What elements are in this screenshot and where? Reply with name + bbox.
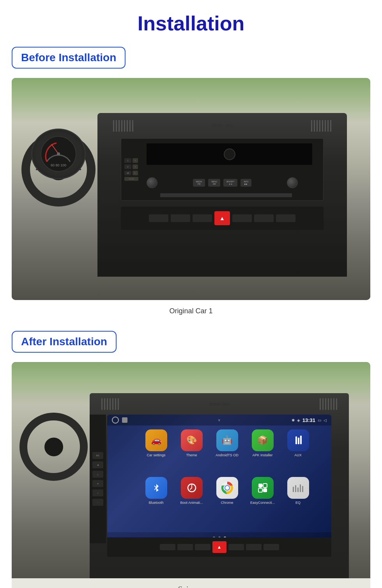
- svg-rect-5: [298, 438, 299, 444]
- hazard-button: ▲: [214, 211, 230, 225]
- car-settings-icon: 🚗: [145, 429, 167, 451]
- left-side-controls: MIC ◀ △ ⊕ + -: [90, 415, 106, 543]
- radio-tune-knob: [287, 177, 298, 188]
- side-btn-1: MIC: [92, 452, 103, 459]
- svg-rect-12: [263, 484, 267, 487]
- svg-rect-19: [302, 486, 303, 492]
- status-circle-icon: [112, 417, 119, 424]
- vent-left: [113, 120, 133, 132]
- gauge-cluster: 60 80 100: [31, 129, 86, 179]
- app-icon-androidts[interactable]: 🤖 AndroidTS OD: [212, 429, 242, 457]
- before-installation-badge: Before Installation: [12, 47, 126, 69]
- hazard-strip: ▲: [121, 207, 324, 230]
- eq-label: EQ: [295, 501, 301, 505]
- bluetooth-status-icon: ✱: [292, 418, 295, 422]
- signal-icon: ◈: [297, 418, 300, 422]
- radio-bottom-controls: MEDIAFM MENUAM MIX/RPT◄◄ INFO▶▶: [129, 173, 315, 192]
- dashboard-center: 1 4 2 5 ⊕3 6↓ SCAN: [97, 113, 347, 277]
- app-icon-eq[interactable]: EQ: [283, 477, 313, 505]
- svg-point-3: [57, 152, 60, 155]
- theme-label: Theme: [186, 453, 197, 457]
- car-settings-label: Car settings: [147, 453, 165, 457]
- boot-animation-label: Boot Animati...: [180, 501, 203, 505]
- side-btn-6: -: [92, 499, 103, 506]
- side-btn-2: ◀: [92, 461, 103, 468]
- battery-icon: ▭: [318, 418, 321, 422]
- seicane-logo-text: Seicane: [178, 584, 204, 588]
- status-icons-left: [112, 417, 127, 424]
- side-btn-4: ⊕: [92, 480, 103, 487]
- android-screen: ∨ ✱ ◈ 13:31 ▭ ◁ 🚗 Car settings: [107, 415, 331, 543]
- svg-point-10: [225, 486, 229, 490]
- eq-icon: [287, 477, 309, 499]
- apk-installer-icon: 📦: [252, 429, 274, 451]
- preset-btn-1: 1: [124, 158, 131, 163]
- menu-btn: MENUAM: [208, 179, 220, 187]
- radio-function-buttons: MEDIAFM MENUAM MIX/RPT◄◄ INFO▶▶: [193, 179, 252, 187]
- easyconnect-label: EasyConnecti...: [250, 501, 275, 505]
- side-btn-5: +: [92, 489, 103, 496]
- app-grid-row2: Bluetooth Boot Animati...: [129, 477, 325, 505]
- side-btn-3: △: [92, 471, 103, 478]
- back-icon: ◁: [324, 418, 327, 422]
- seicane-logo-bar: Seicane: [12, 578, 370, 588]
- aux-label: AUX: [294, 453, 302, 457]
- page-container: Installation Before Installation 60 80 1…: [0, 0, 382, 588]
- vent-top: [113, 117, 331, 134]
- mix-btn: MIX/RPT◄◄: [223, 179, 237, 187]
- app-icon-apk-installer[interactable]: 📦 APK Installer: [248, 429, 277, 457]
- after-vent-right: [320, 398, 337, 410]
- status-icons-right: ✱ ◈ 13:31 ▭ ◁: [292, 417, 327, 423]
- after-dashboard-center: MIC ◀ △ ⊕ + - ∨: [90, 393, 349, 578]
- theme-icon: 🎨: [181, 429, 203, 451]
- aux-icon: [287, 429, 309, 451]
- svg-rect-11: [258, 484, 262, 487]
- media-btn: MEDIAFM: [193, 179, 205, 187]
- svg-rect-14: [263, 488, 267, 492]
- after-installation-image: MIC ◀ △ ⊕ + - ∨: [12, 362, 370, 588]
- after-vent-top: [101, 396, 337, 412]
- svg-rect-6: [300, 436, 302, 444]
- after-vent-left: [101, 398, 119, 410]
- app-grid-row1: 🚗 Car settings 🎨 Theme 🤖 AndroidTS OD 📦 …: [129, 429, 325, 457]
- boot-animation-icon: [181, 477, 203, 499]
- after-hazard-button: ▲: [212, 541, 226, 553]
- app-icon-easyconnect[interactable]: EasyConnecti...: [248, 477, 277, 505]
- status-square-icon: [122, 417, 127, 423]
- after-hazard-strip: ▲: [107, 537, 331, 557]
- status-time: 13:31: [302, 417, 315, 423]
- svg-rect-16: [295, 485, 296, 492]
- androidts-label: AndroidTS OD: [216, 453, 239, 457]
- bluetooth-label: Bluetooth: [149, 501, 163, 505]
- svg-rect-15: [293, 487, 294, 492]
- before-installation-label: Before Installation: [21, 51, 116, 64]
- android-status-bar: ∨ ✱ ◈ 13:31 ▭ ◁: [107, 415, 331, 426]
- chrome-icon: [216, 477, 238, 499]
- after-installation-badge: After Installation: [12, 331, 117, 353]
- svg-rect-17: [297, 487, 299, 492]
- before-installation-image: 60 80 100: [12, 78, 370, 300]
- radio-unit: 1 4 2 5 ⊕3 6↓ SCAN: [121, 138, 324, 201]
- apk-installer-label: APK Installer: [252, 453, 272, 457]
- chrome-label: Chrome: [221, 501, 233, 505]
- vent-right: [311, 120, 331, 132]
- after-installation-label: After Installation: [21, 335, 107, 348]
- radio-volume-knob: [147, 177, 157, 188]
- after-steering-wheel: [19, 413, 88, 481]
- app-icon-chrome[interactable]: Chrome: [212, 477, 242, 505]
- chevron-down-indicator: ∨: [218, 418, 221, 422]
- preset-btn-2: 2: [124, 164, 131, 169]
- app-icon-car-settings[interactable]: 🚗 Car settings: [141, 429, 171, 457]
- app-icon-bluetooth[interactable]: Bluetooth: [141, 477, 171, 505]
- svg-rect-18: [300, 484, 301, 492]
- svg-rect-13: [258, 488, 262, 492]
- app-icon-aux[interactable]: AUX: [283, 429, 313, 457]
- app-icon-boot-animation[interactable]: Boot Animati...: [177, 477, 206, 505]
- before-image-caption: Original Car 1: [169, 307, 212, 315]
- svg-text:60 80 100: 60 80 100: [51, 163, 66, 167]
- app-icon-theme[interactable]: 🎨 Theme: [177, 429, 206, 457]
- androidts-icon: 🤖: [216, 429, 238, 451]
- info-btn: INFO▶▶: [241, 179, 251, 187]
- svg-rect-4: [295, 436, 297, 444]
- bluetooth-icon: [145, 477, 167, 499]
